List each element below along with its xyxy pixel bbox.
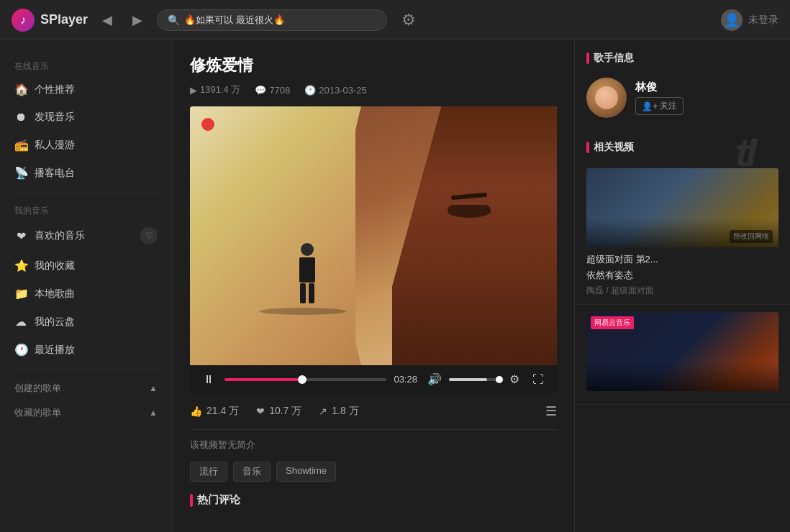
sidebar-item-favorites[interactable]: ⭐ 我的收藏 [0, 252, 172, 280]
content-area: 修炼爱情 ▶ 1391.4 万 💬 7708 🕐 2013-03-25 [173, 40, 574, 532]
share-icon: ↗ [319, 405, 327, 417]
sidebar-label-private: 私人漫游 [35, 139, 75, 152]
folder-icon: 📁 [14, 287, 27, 301]
header-right: 👤 未登录 [721, 9, 778, 31]
figure-legs [293, 283, 322, 303]
sidebar-item-local[interactable]: 📁 本地歌曲 [0, 280, 172, 308]
app-header: ♪ SPlayer ◀ ▶ 🔍 ⚙ 👤 未登录 [0, 0, 790, 40]
sidebar-label-radio: 播客电台 [35, 167, 75, 180]
online-music-label: 在线音乐 [0, 55, 172, 75]
collected-playlists-header[interactable]: 收藏的歌单 ▲ [0, 400, 172, 425]
star-icon: ⭐ [14, 259, 27, 272]
sidebar-divider-1 [12, 193, 160, 193]
related-video-1[interactable]: 所收回网络 超级面对面 第2... 依然有姿态 陶磊 / 超级面对面 [575, 161, 790, 305]
like-button[interactable]: 👍 21.4 万 [190, 405, 239, 418]
logo-icon: ♪ [12, 9, 35, 32]
progress-bar[interactable] [224, 378, 386, 381]
search-bar[interactable]: 🔍 [157, 9, 387, 31]
play-pause-button[interactable]: ⏸ [200, 372, 217, 387]
related-video-meta-1: 陶磊 / 超级面对面 [586, 285, 778, 297]
progress-thumb [298, 375, 307, 384]
comment-count-meta: 💬 7708 [255, 85, 290, 96]
sidebar-item-cloud[interactable]: ☁ 我的云盘 [0, 308, 172, 336]
sidebar-label-recommendations: 个性推荐 [35, 83, 75, 96]
play-icon: ▶ [190, 85, 197, 96]
progress-fill [224, 378, 302, 381]
sidebar-item-liked[interactable]: ❤ 喜欢的音乐 ♡ [0, 220, 172, 252]
song-title: 修炼爱情 [190, 55, 557, 76]
figure-head [301, 243, 314, 256]
github-icon[interactable]: ⚙ [401, 11, 416, 29]
radio-icon: 📡 [14, 166, 27, 180]
right-panel: 歌手信息 林俊 👤+ 关注 相关视频 [574, 40, 790, 532]
artist-info: 林俊 👤+ 关注 [575, 72, 790, 129]
sidebar-label-recent: 最近播放 [35, 344, 75, 357]
rec-dot [201, 118, 214, 131]
sidebar-item-recommendations[interactable]: 🏠 个性推荐 [0, 75, 172, 104]
created-playlists-label: 创建的歌单 [14, 382, 61, 395]
fullscreen-button[interactable]: ⛶ [530, 372, 547, 387]
sidebar-item-recent[interactable]: 🕐 最近播放 [0, 336, 172, 364]
my-music-label: 我的音乐 [0, 199, 172, 220]
tag-1[interactable]: 音乐 [233, 462, 271, 482]
anime-eye [448, 205, 491, 218]
follow-label: 关注 [660, 100, 677, 112]
song-meta: ▶ 1391.4 万 💬 7708 🕐 2013-03-25 [190, 83, 557, 96]
time-display: 03:28 [394, 374, 417, 385]
search-input[interactable] [184, 14, 376, 25]
collected-playlists-label: 收藏的歌单 [14, 406, 61, 419]
date-meta: 🕐 2013-03-25 [304, 85, 367, 96]
small-figure [293, 243, 322, 308]
list-button[interactable]: ☰ [545, 403, 557, 419]
forward-button[interactable]: ▶ [127, 9, 148, 31]
comments-heading: 热门评论 [190, 493, 557, 507]
private-icon: 📻 [14, 138, 27, 152]
like-icon: 👍 [190, 405, 202, 417]
related-video-subtitle-1: 依然有姿态 [586, 269, 778, 282]
figure-leg-left [300, 283, 306, 303]
figure-leg-right [309, 283, 314, 303]
artist-name: 林俊 [635, 81, 684, 94]
app-logo: ♪ SPlayer [12, 9, 88, 32]
discover-icon: ⏺ [14, 111, 27, 124]
thumb-gradient-2 [586, 362, 778, 391]
related-subtitle-text-1: 依然有姿态 [586, 270, 633, 280]
sidebar-label-local: 本地歌曲 [35, 288, 75, 301]
settings-button[interactable]: ⚙ [507, 371, 522, 387]
volume-bar[interactable] [449, 378, 499, 381]
sidebar-item-private[interactable]: 📻 私人漫游 [0, 131, 172, 159]
volume-button[interactable]: 🔊 [424, 371, 445, 387]
figure-shadow [260, 308, 346, 315]
follow-icon: 👤+ [642, 101, 658, 111]
home-icon: 🏠 [14, 83, 27, 96]
sidebar-label-favorites: 我的收藏 [35, 260, 75, 272]
share-button[interactable]: ↗ 1.8 万 [319, 405, 358, 418]
volume-fill [449, 378, 487, 381]
tag-0[interactable]: 流行 [190, 462, 227, 482]
login-status[interactable]: 未登录 [748, 14, 778, 27]
heart-icon: ❤ [14, 229, 27, 243]
volume-thumb [496, 376, 503, 383]
artist-section-label: 歌手信息 [594, 52, 634, 65]
sidebar-item-radio[interactable]: 📡 播客电台 [0, 159, 172, 187]
clock-icon: 🕐 [14, 343, 27, 357]
created-playlists-header[interactable]: 创建的歌单 ▲ [0, 376, 172, 400]
tag-2[interactable]: Showtime [276, 462, 336, 482]
fav-count: 10.7 万 [269, 405, 301, 418]
collected-playlists-arrow: ▲ [149, 408, 158, 418]
artist-avatar[interactable] [586, 78, 627, 118]
artist-follow-button[interactable]: 👤+ 关注 [635, 97, 684, 115]
video-frame[interactable] [190, 106, 557, 365]
avatar[interactable]: 👤 [721, 9, 743, 31]
thumb-bg-1: 所收回网络 [586, 168, 778, 247]
hot-comments-label: 热门评论 [197, 493, 240, 507]
play-count-meta: ▶ 1391.4 万 [190, 83, 240, 96]
related-title-text-1: 超级面对面 第2... [586, 254, 658, 265]
related-video-2[interactable]: 网易云音乐 [575, 305, 790, 405]
play-count-value: 1391.4 万 [200, 83, 240, 96]
cloud-icon: ☁ [14, 315, 27, 329]
artist-details: 林俊 👤+ 关注 [635, 81, 684, 115]
sidebar-item-discover[interactable]: ⏺ 发现音乐 [0, 104, 172, 131]
favorite-button[interactable]: ❤ 10.7 万 [256, 405, 301, 418]
back-button[interactable]: ◀ [96, 9, 118, 31]
